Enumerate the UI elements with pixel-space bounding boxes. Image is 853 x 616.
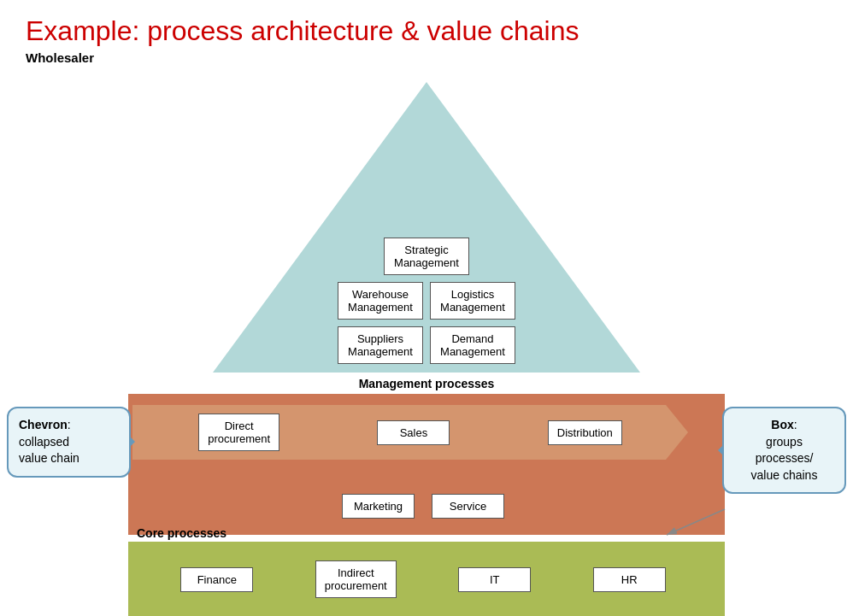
box-callout-bold: Box xyxy=(771,418,793,431)
pyramid-boxes: StrategicManagement WarehouseManagement … xyxy=(213,82,640,373)
service-box: Service xyxy=(432,494,504,519)
it-box: IT xyxy=(458,567,531,592)
warehouse-management-box: WarehouseManagement xyxy=(338,282,423,320)
chevron-callout: Chevron:collapsedvalue chain xyxy=(7,407,131,478)
management-processes-label: Management processes xyxy=(359,377,495,390)
core-processes-label: Core processes xyxy=(137,526,226,540)
subtitle: Wholesaler xyxy=(0,50,853,73)
marketing-box: Marketing xyxy=(342,494,415,519)
distribution-box: Distribution xyxy=(548,420,622,445)
chevron-label: Procure-to-Service xyxy=(364,459,456,472)
box-callout: Box:groupsprocesses/value chains xyxy=(722,407,846,494)
pyramid-row-2: WarehouseManagement LogisticsManagement xyxy=(338,282,515,320)
finance-box: Finance xyxy=(180,567,253,592)
sales-box: Sales xyxy=(377,420,450,445)
demand-management-box: DemandManagement xyxy=(430,326,515,364)
diagram: StrategicManagement WarehouseManagement … xyxy=(0,73,853,569)
support-row: Finance Indirectprocurement IT HR xyxy=(132,554,714,605)
chevron-callout-bold: Chevron xyxy=(19,418,68,431)
page-title: Example: process architecture & value ch… xyxy=(0,0,853,50)
pyramid-row-1: StrategicManagement xyxy=(384,238,469,275)
indirect-procurement-box: Indirectprocurement xyxy=(315,560,397,598)
strategic-management-box: StrategicManagement xyxy=(384,238,469,275)
suppliers-management-box: SuppliersManagement xyxy=(338,326,423,364)
logistics-management-box: LogisticsManagement xyxy=(430,282,515,320)
core-row2: Marketing Service xyxy=(132,480,714,531)
pyramid-row-3: SuppliersManagement DemandManagement xyxy=(338,326,515,364)
hr-box: HR xyxy=(593,567,666,592)
chevron-container: Directprocurement Sales Distribution Pro… xyxy=(132,398,714,475)
chevron-arrow-body: Directprocurement Sales Distribution Pro… xyxy=(132,405,688,460)
direct-procurement-box: Directprocurement xyxy=(198,414,279,451)
